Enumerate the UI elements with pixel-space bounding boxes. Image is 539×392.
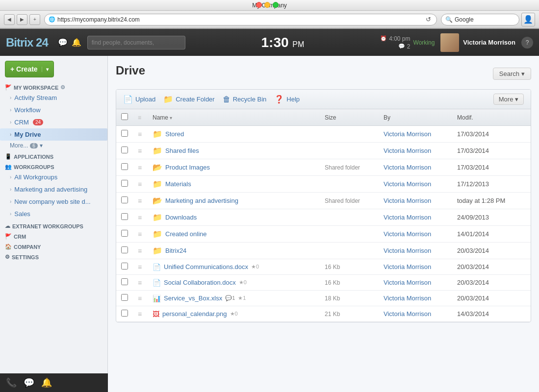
user-area[interactable]: Victoria Morrison (440, 33, 515, 52)
search-button[interactable]: Search ▾ (493, 68, 531, 80)
close-button[interactable] (256, 2, 262, 8)
file-size: 16 Kb (325, 279, 340, 286)
doc-icon: 📄 (153, 279, 161, 287)
table-row: ≡ 📂 Marketing and advertising Shared fol… (116, 193, 531, 209)
star-icon[interactable]: ★0 (239, 279, 247, 286)
file-link[interactable]: 📂 Product Images (153, 163, 315, 172)
file-link[interactable]: 📁 Stored (153, 129, 315, 139)
drag-handle-icon[interactable]: ≡ (138, 279, 142, 287)
drag-handle-icon[interactable]: ≡ (138, 180, 142, 188)
drag-handle-icon[interactable]: ≡ (138, 263, 142, 271)
drag-handle-icon[interactable]: ≡ (138, 147, 142, 155)
row-checkbox[interactable] (121, 130, 128, 137)
workgroups-title[interactable]: 👥 WORKGROUPS (5, 164, 103, 170)
more-button[interactable]: More ▾ (493, 94, 524, 105)
chat-header-icon[interactable]: 💬 (58, 38, 68, 47)
header-search-input[interactable] (87, 36, 185, 49)
company-label: COMPANY (14, 244, 41, 250)
drag-handle-icon[interactable]: ≡ (138, 197, 142, 205)
settings-gear-icon[interactable]: ⚙ (60, 84, 65, 91)
file-link[interactable]: 🖼 personal_calendar.png ★0 (153, 310, 315, 318)
file-link[interactable]: 📄 Unified Communications.docx ★0 (153, 263, 315, 271)
minimize-button[interactable] (264, 2, 270, 8)
star-icon[interactable]: ★0 (251, 264, 259, 270)
file-link[interactable]: 📁 Downloads (153, 213, 315, 222)
file-link[interactable]: 📁 Materials (153, 179, 315, 189)
row-checkbox[interactable] (121, 246, 128, 253)
row-name-cell: 📂 Marketing and advertising (148, 193, 320, 209)
create-folder-button[interactable]: 📁 Create Folder (163, 95, 214, 104)
back-button[interactable]: ◀ (4, 14, 15, 25)
row-checkbox[interactable] (121, 294, 128, 301)
url-text: https://mycompany.bitrix24.com (57, 16, 140, 23)
maximize-button[interactable] (273, 2, 279, 8)
reload-icon[interactable]: ↺ (424, 15, 433, 24)
xls-icon: 📊 (153, 294, 161, 302)
file-owner: Victoria Morrison (384, 164, 431, 171)
sidebar-item-sales[interactable]: › Sales (0, 208, 107, 220)
sidebar-item-all-workgroups[interactable]: › All Workgroups (0, 171, 107, 183)
drag-handle-icon[interactable]: ≡ (138, 247, 142, 255)
row-drag-cell: ≡ (133, 259, 148, 275)
row-size-cell: 18 Kb (320, 291, 379, 306)
extranet-title[interactable]: ☁ EXTRANET WORKGROUPS (5, 223, 103, 229)
row-checkbox[interactable] (121, 196, 128, 203)
sidebar-item-crm[interactable]: › CRM 24 (0, 116, 107, 128)
applications-title[interactable]: 📱 APPLICATIONS (5, 153, 103, 160)
drag-handle-icon[interactable]: ≡ (138, 214, 142, 221)
drag-handle-icon[interactable]: ≡ (138, 164, 142, 172)
row-checkbox[interactable] (121, 213, 128, 220)
row-checkbox[interactable] (121, 180, 128, 187)
drag-handle-icon[interactable]: ≡ (138, 230, 142, 238)
row-checkbox[interactable] (121, 147, 128, 153)
file-link[interactable]: 📁 Bitrix24 (153, 246, 315, 255)
row-checkbox[interactable] (121, 310, 128, 317)
arrow-icon: › (10, 120, 11, 125)
header-search-box[interactable] (87, 36, 185, 49)
refresh-button[interactable]: + (29, 14, 40, 25)
sidebar-more[interactable]: More... 6 ▾ (0, 141, 107, 150)
company-title[interactable]: 🏠 COMPANY (5, 244, 103, 250)
my-workspace-title[interactable]: 🚩 MY WORKSPACE ⚙ (5, 84, 103, 91)
crm-sidebar-title[interactable]: 🚩 CRM (5, 233, 103, 240)
row-checkbox[interactable] (121, 163, 128, 170)
sidebar-item-activity-stream[interactable]: › Activity Stream (0, 92, 107, 104)
settings-title[interactable]: ⚙ SETTINGS (5, 254, 103, 260)
drag-handle-icon[interactable]: ≡ (138, 294, 142, 302)
sidebar-item-my-drive[interactable]: › My Drive (0, 128, 107, 141)
help-button[interactable]: ❓ Help (274, 95, 300, 104)
row-checkbox[interactable] (121, 263, 128, 270)
upload-button[interactable]: 📄 Upload (123, 95, 155, 104)
chat-icon[interactable]: 💬 (24, 377, 34, 388)
browser-search-bar[interactable]: 🔍 Google (441, 14, 519, 25)
star-icon[interactable]: ★1 (238, 295, 246, 301)
file-link[interactable]: 📄 Social Collaboration.docx ★0 (153, 279, 315, 287)
recycle-bin-button[interactable]: 🗑 Recycle Bin (223, 95, 267, 104)
row-checkbox[interactable] (121, 230, 128, 237)
file-name: Marketing and advertising (165, 197, 238, 204)
create-button[interactable]: + Create ▾ (5, 61, 54, 77)
file-link[interactable]: 📁 Shared files (153, 146, 315, 155)
phone-icon[interactable]: 📞 (6, 377, 17, 388)
sidebar-item-new-company[interactable]: › New company web site d... (0, 196, 107, 208)
notification-icon[interactable]: 🔔 (41, 377, 52, 388)
star-icon[interactable]: ★0 (230, 311, 238, 317)
sidebar-item-workflow[interactable]: › Workflow (0, 104, 107, 116)
drag-handle-icon[interactable]: ≡ (138, 130, 142, 138)
help-button[interactable]: ? (521, 37, 533, 49)
file-link[interactable]: 📂 Marketing and advertising (153, 196, 315, 205)
user-icon-btn[interactable]: 👤 (521, 13, 535, 26)
row-by-cell: Victoria Morrison (379, 209, 452, 226)
url-bar[interactable]: 🌐 https://mycompany.bitrix24.com ↺ (44, 14, 437, 25)
select-all-checkbox[interactable] (121, 113, 128, 120)
col-name-header[interactable]: Name ▾ (148, 109, 320, 126)
row-checkbox[interactable] (121, 278, 128, 285)
bell-header-icon[interactable]: 🔔 (72, 38, 81, 47)
file-link[interactable]: 📊 Service_vs_Box.xlsx 💬1 ★1 (153, 294, 315, 302)
file-link[interactable]: 📁 Created online (153, 229, 315, 239)
file-modif: 20/03/2014 (457, 247, 489, 254)
logo-number: 24 (33, 36, 48, 49)
forward-button[interactable]: ▶ (17, 14, 27, 25)
sidebar-item-marketing[interactable]: › Marketing and advertising (0, 183, 107, 196)
drag-handle-icon[interactable]: ≡ (138, 310, 142, 318)
